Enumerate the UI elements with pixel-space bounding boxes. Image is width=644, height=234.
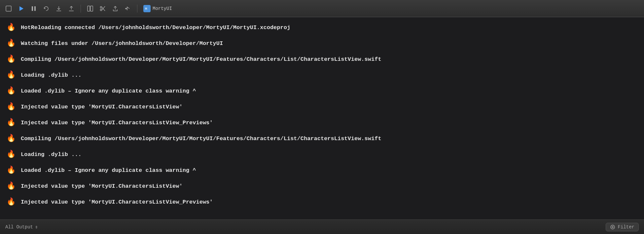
- fire-icon: 🔥: [7, 20, 16, 35]
- fire-icon: 🔥: [7, 195, 16, 210]
- divider-2: [137, 5, 137, 13]
- toolbar: M MortyUI: [0, 0, 644, 17]
- filter-button[interactable]: Filter: [606, 223, 639, 231]
- fire-icon: 🔥: [7, 100, 16, 114]
- svg-rect-0: [6, 6, 11, 11]
- svg-rect-9: [90, 6, 93, 11]
- output-label: All Output: [5, 224, 33, 230]
- log-text: Injected value type 'MortyUI.CharactersL…: [21, 116, 213, 130]
- svg-point-10: [100, 6, 102, 8]
- send-button[interactable]: [123, 4, 132, 13]
- log-line: 🔥Compiling /Users/johnholdsworth/Develop…: [0, 131, 644, 147]
- log-text: Compiling /Users/johnholdsworth/Develope…: [21, 52, 381, 67]
- split-button[interactable]: [86, 4, 95, 13]
- output-selector[interactable]: All Output ⇕: [5, 224, 38, 230]
- bottom-bar: All Output ⇕ Filter: [0, 219, 644, 234]
- download-button[interactable]: [54, 4, 63, 13]
- log-line: 🔥Loading .dylib ...: [0, 67, 644, 83]
- upload-button[interactable]: [67, 4, 76, 13]
- log-text: Injected value type 'MortyUI.CharactersL…: [21, 179, 183, 194]
- share-button[interactable]: [111, 4, 120, 13]
- log-container: 🔥HotReloading connected /Users/johnholds…: [0, 17, 644, 219]
- output-chevron: ⇕: [35, 224, 38, 230]
- fire-icon: 🔥: [7, 179, 16, 194]
- restart-button[interactable]: [42, 4, 51, 13]
- filter-icon: [610, 224, 615, 230]
- log-text: HotReloading connected /Users/johnholdsw…: [21, 20, 290, 35]
- fire-icon: 🔥: [7, 36, 16, 51]
- svg-rect-8: [88, 6, 90, 11]
- svg-point-18: [612, 226, 613, 228]
- log-line: 🔥HotReloading connected /Users/johnholds…: [0, 20, 644, 36]
- log-line: 🔥Injected value type 'MortyUI.Characters…: [0, 178, 644, 194]
- log-line: 🔥Loaded .dylib – Ignore any duplicate cl…: [0, 83, 644, 99]
- fire-icon: 🔥: [7, 132, 16, 146]
- fire-icon: 🔥: [7, 52, 16, 67]
- svg-text:M: M: [145, 7, 147, 11]
- log-line: 🔥Watching files under /Users/johnholdswo…: [0, 36, 644, 52]
- log-text: Injected value type 'MortyUI.CharactersL…: [21, 195, 213, 210]
- log-text: Injected value type 'MortyUI.CharactersL…: [21, 100, 183, 114]
- fire-icon: 🔥: [7, 163, 16, 178]
- log-text: Loaded .dylib – Ignore any duplicate cla…: [21, 84, 196, 98]
- app-title: M MortyUI: [143, 5, 172, 12]
- svg-rect-2: [32, 6, 33, 11]
- log-line: 🔥Loading .dylib ...: [0, 147, 644, 163]
- app-title-text: MortyUI: [153, 6, 172, 11]
- log-text: Watching files under /Users/johnholdswor…: [21, 36, 223, 51]
- log-text: Compiling /Users/johnholdsworth/Develope…: [21, 132, 381, 146]
- log-line: 🔥Loaded .dylib – Ignore any duplicate cl…: [0, 163, 644, 178]
- pause-button[interactable]: [29, 4, 38, 13]
- fire-icon: 🔥: [7, 116, 16, 130]
- play-button[interactable]: [17, 4, 26, 13]
- log-text: Loading .dylib ...: [21, 147, 82, 162]
- log-text: Loaded .dylib – Ignore any duplicate cla…: [21, 163, 196, 178]
- filter-label: Filter: [618, 224, 634, 230]
- svg-point-17: [611, 225, 615, 229]
- log-line: 🔥Compiling /Users/johnholdsworth/Develop…: [0, 52, 644, 67]
- log-text: Loading .dylib ...: [21, 68, 82, 83]
- log-line: 🔥Injected value type 'MortyUI.Characters…: [0, 99, 644, 115]
- svg-point-11: [100, 9, 102, 11]
- fire-icon: 🔥: [7, 84, 16, 98]
- log-line: 🔥Injected value type 'MortyUI.Characters…: [0, 194, 644, 210]
- fire-icon: 🔥: [7, 68, 16, 83]
- fire-icon: 🔥: [7, 147, 16, 162]
- clear-button[interactable]: [4, 4, 13, 13]
- scissors-button[interactable]: [98, 4, 107, 13]
- svg-rect-3: [34, 6, 36, 11]
- app-icon: M: [143, 5, 151, 12]
- divider-1: [81, 5, 81, 13]
- log-line: 🔥Injected value type 'MortyUI.Characters…: [0, 115, 644, 131]
- svg-marker-1: [19, 6, 23, 11]
